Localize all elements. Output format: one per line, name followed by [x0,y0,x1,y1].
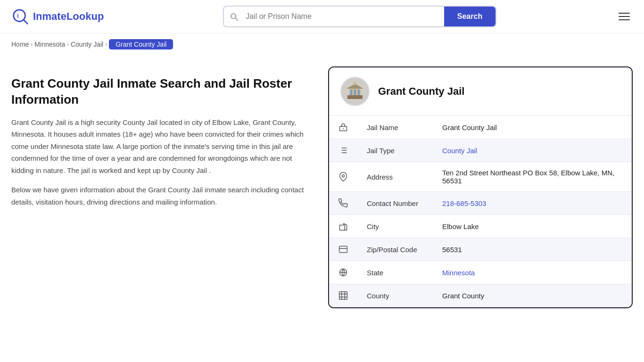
info-card: Grant County Jail Jail NameGrant County … [328,66,633,308]
logo[interactable]: i InmateLookup [11,8,104,25]
svg-rect-10 [358,90,360,95]
table-row: Jail NameGrant County Jail [329,116,632,139]
svg-point-21 [342,175,345,177]
search-area: Search [223,6,496,27]
jail-avatar [340,77,370,106]
row-value[interactable]: Minnesota [433,261,632,284]
row-value: Ten 2nd Street Northeast PO Box 58, Elbo… [433,162,632,192]
row-label: Jail Type [357,139,433,162]
card-header: Grant County Jail [329,67,632,116]
svg-rect-9 [354,90,356,95]
row-label: Jail Name [357,116,433,139]
row-value: Grant County Jail [433,116,632,139]
breadcrumb-current: Grant County Jail [109,39,173,49]
header: i InmateLookup Search [0,0,644,33]
search-wrapper: Search [223,6,496,27]
row-value: Elbow Lake [433,215,632,238]
city-icon [329,215,357,238]
page-description-2: Below we have given information about th… [11,184,313,208]
table-row: CountyGrant County [329,284,632,307]
hamburger-menu[interactable] [616,10,633,23]
row-value: 56531 [433,238,632,261]
row-value: Grant County [433,284,632,307]
row-label: Zip/Postal Code [357,238,433,261]
svg-rect-27 [339,246,347,252]
svg-rect-22 [340,225,345,230]
svg-rect-8 [350,90,352,95]
row-label: State [357,261,433,284]
row-value[interactable]: County Jail [433,139,632,162]
search-button[interactable]: Search [444,7,495,26]
state-icon [329,261,357,284]
row-label: Address [357,162,433,192]
card-title: Grant County Jail [378,85,464,98]
phone-icon [329,192,357,215]
svg-line-4 [236,18,238,21]
svg-point-3 [231,14,236,19]
zip-icon [329,238,357,261]
svg-rect-6 [347,95,363,99]
logo-icon: i [11,8,29,25]
svg-rect-12 [354,82,356,85]
table-row: AddressTen 2nd Street Northeast PO Box 5… [329,162,632,192]
info-table: Jail NameGrant County JailJail TypeCount… [329,116,632,307]
logo-text: InmateLookup [33,10,104,23]
breadcrumb: Home › Minnesota › County Jail › Grant C… [0,33,644,55]
svg-line-1 [24,20,28,24]
breadcrumb-minnesota[interactable]: Minnesota [34,41,65,48]
type-icon [329,139,357,162]
table-row: StateMinnesota [329,261,632,284]
row-label: City [357,215,433,238]
row-label: Contact Number [357,192,433,215]
row-value-link[interactable]: 218-685-5303 [442,199,486,207]
row-value-link[interactable]: Minnesota [442,269,475,277]
search-icon [224,8,244,25]
row-value[interactable]: 218-685-5303 [433,192,632,215]
search-input[interactable] [244,8,444,25]
table-row: Zip/Postal Code56531 [329,238,632,261]
svg-text:i: i [17,13,18,19]
table-row: CityElbow Lake [329,215,632,238]
right-column: Grant County Jail Jail NameGrant County … [328,66,633,308]
page-title: Grant County Jail Inmate Search and Jail… [11,76,313,108]
breadcrumb-home[interactable]: Home [11,41,29,48]
page-description-1: Grant County Jail is a high security Cou… [11,116,313,177]
county-icon [329,284,357,307]
table-row: Contact Number218-685-5303 [329,192,632,215]
address-icon [329,162,357,192]
breadcrumb-county-jail[interactable]: County Jail [71,41,103,48]
jail-icon [329,116,357,139]
row-value-link[interactable]: County Jail [442,147,477,155]
courthouse-icon [343,79,367,104]
row-label: County [357,284,433,307]
table-row: Jail TypeCounty Jail [329,139,632,162]
main-content: Grant County Jail Inmate Search and Jail… [0,55,644,327]
left-column: Grant County Jail Inmate Search and Jail… [11,66,313,308]
svg-rect-31 [339,292,347,300]
